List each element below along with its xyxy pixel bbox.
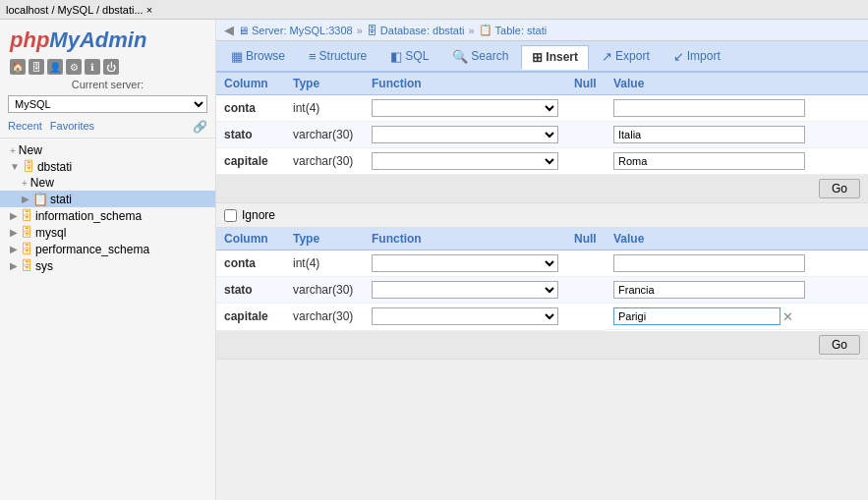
table-row: capitale varchar(30) ✕	[216, 304, 868, 331]
expand-icon: ▶	[10, 260, 18, 271]
value-input-capitale-2[interactable]	[613, 307, 781, 325]
breadcrumb-database[interactable]: 🗄 Database: dbstati	[367, 25, 465, 36]
info-icon[interactable]: ℹ	[85, 59, 100, 75]
col-value-stato-1	[606, 122, 868, 148]
browse-icon: ▦	[231, 49, 243, 64]
col-null-stato-1	[566, 122, 606, 148]
main-content: Column Type Function Null Value conta in…	[216, 73, 868, 500]
recent-tab[interactable]: Recent	[8, 120, 42, 134]
col-type-capitale-1: varchar(30)	[285, 148, 364, 175]
table-row: conta int(4)	[216, 250, 868, 277]
tab-browse[interactable]: ▦ Browse	[220, 44, 296, 69]
go-row-1: Go	[216, 175, 868, 202]
breadcrumb-server[interactable]: 🖥 Server: MySQL:3308	[238, 25, 353, 36]
tab-import[interactable]: ↙ Import	[663, 44, 731, 69]
function-select-conta-1[interactable]	[372, 99, 558, 117]
db-icon[interactable]: 🗄	[29, 59, 44, 75]
db-icon: 🗄	[21, 225, 33, 240]
user-icon[interactable]: 👤	[47, 59, 63, 75]
col-name-capitale-2: capitale	[216, 304, 285, 331]
clear-button-capitale-2[interactable]: ✕	[781, 309, 795, 324]
header-function-1: Function	[364, 73, 566, 95]
expand-icon: ▶	[10, 227, 18, 238]
table-icon: 📋	[479, 24, 492, 36]
function-select-capitale-1[interactable]	[372, 152, 558, 170]
col-type-conta-1: int(4)	[285, 95, 364, 122]
home-icon[interactable]: 🏠	[10, 59, 26, 75]
insert-table-1: Column Type Function Null Value conta in…	[216, 73, 868, 175]
col-name-conta-2: conta	[216, 250, 285, 277]
tab-search[interactable]: 🔍 Search	[441, 44, 519, 69]
header-null-2: Null	[566, 228, 606, 250]
sidebar-item-new-root[interactable]: + New	[0, 142, 215, 158]
col-type-capitale-2: varchar(30)	[285, 304, 364, 331]
col-func-conta-1	[364, 95, 566, 122]
db-icon: 🗄	[21, 258, 33, 273]
header-type-2: Type	[285, 228, 364, 250]
sidebar-item-sys[interactable]: ▶ 🗄 sys	[0, 257, 215, 274]
col-null-capitale-2	[566, 304, 606, 331]
value-input-stato-2[interactable]	[613, 281, 805, 299]
title-bar: localhost / MySQL / dbstati... ×	[0, 0, 868, 20]
table-row: capitale varchar(30)	[216, 148, 868, 175]
favorites-tab[interactable]: Favorites	[50, 120, 94, 134]
col-func-capitale-1	[364, 148, 566, 175]
sidebar-item-stati[interactable]: ▶ 📋 stati	[0, 191, 215, 207]
table-row: conta int(4)	[216, 95, 868, 122]
expand-icon: ▶	[10, 210, 18, 221]
content-area: ◀ 🖥 Server: MySQL:3308 » 🗄 Database: dbs…	[216, 20, 868, 500]
function-select-stato-2[interactable]	[372, 281, 558, 299]
col-func-stato-1	[364, 122, 566, 148]
value-input-conta-2[interactable]	[613, 254, 805, 272]
sidebar-item-dbstati[interactable]: ▼ 🗄 dbstati	[0, 158, 215, 175]
function-select-conta-2[interactable]	[372, 254, 558, 272]
phpmyadmin-logo: phpMyAdmin	[0, 20, 215, 57]
tab-sql[interactable]: ◧ SQL	[379, 44, 439, 69]
sidebar-item-new-db[interactable]: + New	[0, 175, 215, 191]
sidebar-item-information-schema[interactable]: ▶ 🗄 information_schema	[0, 207, 215, 224]
col-value-conta-1	[606, 95, 868, 122]
sidebar-icons: 🏠 🗄 👤 ⚙ ℹ ⏻	[0, 57, 215, 77]
sql-icon: ◧	[390, 49, 402, 64]
exit-icon[interactable]: ⏻	[103, 59, 119, 75]
breadcrumb: ◀ 🖥 Server: MySQL:3308 » 🗄 Database: dbs…	[216, 20, 868, 41]
tab-structure[interactable]: ≡ Structure	[298, 44, 377, 69]
col-null-capitale-1	[566, 148, 606, 175]
structure-icon: ≡	[309, 49, 317, 64]
settings-icon[interactable]: ⚙	[66, 59, 82, 75]
expand-icon: ▶	[22, 194, 29, 204]
go-button-1[interactable]: Go	[819, 179, 860, 198]
table-row: stato varchar(30)	[216, 122, 868, 148]
go-button-2[interactable]: Go	[819, 335, 860, 355]
col-name-conta-1: conta	[216, 95, 285, 122]
col-name-stato-1: stato	[216, 122, 285, 148]
breadcrumb-arrow: ◀	[224, 23, 234, 37]
export-icon: ↗	[602, 49, 612, 64]
sidebar-item-performance-schema[interactable]: ▶ 🗄 performance_schema	[0, 241, 215, 257]
value-input-stato-1[interactable]	[613, 126, 805, 143]
insert-section-2: Column Type Function Null Value conta in…	[216, 228, 868, 360]
breadcrumb-table[interactable]: 📋 Table: stati	[479, 24, 548, 36]
db-icon: 🗄	[23, 159, 35, 174]
col-value-capitale-1	[606, 148, 868, 175]
search-icon: 🔍	[452, 49, 468, 64]
ignore-checkbox[interactable]	[224, 209, 237, 222]
current-server-label: Current server:	[0, 77, 215, 92]
col-null-conta-2	[566, 250, 606, 277]
value-input-conta-1[interactable]	[613, 99, 805, 117]
col-value-capitale-2: ✕	[606, 304, 868, 330]
header-null-1: Null	[566, 73, 606, 95]
tab-export[interactable]: ↗ Export	[591, 44, 661, 69]
value-input-capitale-1[interactable]	[613, 152, 805, 170]
tab-insert[interactable]: ⊞ Insert	[521, 45, 589, 70]
title-text: localhost / MySQL / dbstati... ×	[6, 4, 862, 16]
col-type-conta-2: int(4)	[285, 250, 364, 277]
server-select[interactable]: MySQL	[8, 95, 207, 113]
insert-section-1: Column Type Function Null Value conta in…	[216, 73, 868, 203]
function-select-capitale-2[interactable]	[372, 307, 558, 325]
sidebar-item-mysql[interactable]: ▶ 🗄 mysql	[0, 224, 215, 241]
function-select-stato-1[interactable]	[372, 126, 558, 143]
col-value-stato-2	[606, 277, 868, 304]
expand-icon: ▶	[10, 244, 18, 254]
ignore-row: Ignore	[216, 203, 868, 228]
